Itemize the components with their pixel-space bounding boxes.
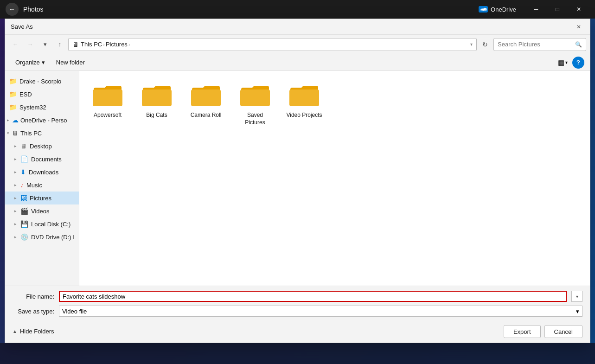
folder-icon-wrap-apowersoft xyxy=(91,81,124,109)
address-box[interactable]: 🖥 This PC › Pictures › ▾ xyxy=(68,38,477,51)
desktop-icon: 🖥 xyxy=(20,142,27,150)
sidebar-item-local-disk-c[interactable]: ▸ 💾 Local Disk (C:) xyxy=(5,217,79,230)
downloads-chevron-icon: ▸ xyxy=(14,170,17,174)
downloads-icon: ⬇ xyxy=(20,168,26,176)
help-button[interactable]: ? xyxy=(572,57,584,69)
sidebar-item-documents[interactable]: ▸ 📄 Documents xyxy=(5,153,79,166)
folder-name-camera-roll: Camera Roll xyxy=(191,112,222,119)
sidebar-item-desktop[interactable]: ▸ 🖥 Desktop xyxy=(5,140,79,153)
dialog-close-button[interactable]: ✕ xyxy=(573,21,584,32)
back-icon: ← xyxy=(9,6,15,13)
sidebar-label-dvd-drive-d: DVD Drive (D:) I xyxy=(31,234,75,241)
filename-chevron-icon: ▾ xyxy=(576,294,578,299)
onedrive-icon xyxy=(479,6,488,13)
save-type-row: Save as type: Video file ▾ xyxy=(13,306,582,317)
dialog-titlebar: Save As ✕ xyxy=(5,19,590,35)
folder-item-saved-pictures[interactable]: Saved Pictures xyxy=(234,78,276,129)
music-chevron-icon: ▸ xyxy=(14,183,17,187)
sidebar-label-this-pc: This PC xyxy=(20,130,42,137)
view-chevron-icon: ▾ xyxy=(565,60,568,65)
folder-item-video-projects[interactable]: Video Projects xyxy=(283,78,325,129)
sidebar-item-dvd-drive-d[interactable]: ▸ 💿 DVD Drive (D:) I xyxy=(5,230,79,243)
documents-chevron-icon: ▸ xyxy=(14,157,17,161)
sidebar-label-system32: System32 xyxy=(19,104,46,111)
minimize-button[interactable]: ─ xyxy=(525,0,547,19)
window-controls: ─ □ ✕ xyxy=(525,0,589,19)
videos-icon: 🎬 xyxy=(20,207,28,215)
file-name-row: File name: ▾ xyxy=(13,291,582,302)
sidebar-label-local-disk-c: Local Disk (C:) xyxy=(31,221,70,228)
pictures-icon: 🖼 xyxy=(20,194,27,202)
new-folder-label: New folder xyxy=(56,59,85,66)
export-button[interactable]: Export xyxy=(504,325,541,338)
folder-icon-system32: 📁 xyxy=(9,103,17,111)
videos-chevron-icon: ▸ xyxy=(14,209,17,213)
sidebar-label-pictures: Pictures xyxy=(30,195,51,202)
sidebar-label-esd: ESD xyxy=(19,91,32,98)
dropdown-nav-button[interactable]: ▾ xyxy=(38,38,51,51)
savetype-value: Video file xyxy=(62,308,87,315)
toolbar: Organize ▾ New folder ▦ ▾ ? xyxy=(5,54,590,71)
sidebar-item-esd[interactable]: 📁 ESD xyxy=(5,88,79,101)
folder-icon-video-projects xyxy=(288,82,320,108)
dialog-title: Save As xyxy=(11,23,33,30)
sidebar-item-videos[interactable]: ▸ 🎬 Videos xyxy=(5,204,79,217)
sidebar-item-drake-scorpio[interactable]: 📁 Drake - Scorpio xyxy=(5,75,79,88)
folder-name-apowersoft: Apowersoft xyxy=(94,112,122,119)
folder-icon-esd: 📁 xyxy=(9,90,17,98)
forward-nav-icon: → xyxy=(27,41,33,48)
folder-name-video-projects: Video Projects xyxy=(286,112,322,119)
hide-folders-label: Hide Folders xyxy=(20,328,54,335)
organize-button[interactable]: Organize ▾ xyxy=(11,57,50,69)
breadcrumb-sep-2: › xyxy=(128,42,130,47)
hide-folders-button[interactable]: ▲ Hide Folders xyxy=(13,325,54,335)
filename-label: File name: xyxy=(13,293,54,300)
folder-icon-wrap-saved-pictures xyxy=(238,81,272,109)
view-button[interactable]: ▦ ▾ xyxy=(555,57,570,69)
folder-item-big-cats[interactable]: Big Cats xyxy=(136,78,178,129)
search-box[interactable]: 🔍 xyxy=(493,38,586,51)
dialog-buttons: Export Cancel xyxy=(504,321,582,338)
breadcrumb-sep-1: › xyxy=(103,42,105,47)
sidebar-item-downloads[interactable]: ▸ ⬇ Downloads xyxy=(5,166,79,179)
sidebar-label-desktop: Desktop xyxy=(30,143,52,150)
savetype-select[interactable]: Video file ▾ xyxy=(59,306,582,317)
back-nav-button[interactable]: ← xyxy=(9,38,22,51)
refresh-icon: ↻ xyxy=(482,41,488,48)
refresh-button[interactable]: ↻ xyxy=(479,38,492,51)
cancel-button[interactable]: Cancel xyxy=(544,325,582,338)
forward-nav-button[interactable]: → xyxy=(24,38,37,51)
view-icon: ▦ xyxy=(558,58,564,67)
title-bar: ← Photos OneDrive ─ □ ✕ xyxy=(0,0,595,19)
filename-input[interactable] xyxy=(59,291,567,302)
address-chevron-icon: ▾ xyxy=(470,42,473,47)
folder-item-camera-roll[interactable]: Camera Roll xyxy=(185,78,227,129)
help-icon: ? xyxy=(576,59,580,66)
back-button[interactable]: ← xyxy=(6,3,19,16)
sidebar-onedrive-header[interactable]: ▸ ☁ OneDrive - Perso xyxy=(5,114,79,127)
pictures-chevron-icon: ▸ xyxy=(14,196,17,200)
address-bar: ← → ▾ ↑ 🖥 This PC › Pictures › ▾ ↻ 🔍 xyxy=(5,35,590,54)
filename-chevron-button[interactable]: ▾ xyxy=(571,291,582,302)
sidebar-item-system32[interactable]: 📁 System32 xyxy=(5,101,79,114)
onedrive-sidebar-icon: ☁ xyxy=(12,116,19,124)
taskbar xyxy=(0,343,595,364)
sidebar-item-pictures[interactable]: ▸ 🖼 Pictures xyxy=(5,192,79,204)
sidebar-this-pc-header[interactable]: ▾ 🖥 This PC xyxy=(5,127,79,140)
folder-icon-wrap-big-cats xyxy=(140,81,173,109)
maximize-button[interactable]: □ xyxy=(547,0,568,19)
file-area: Apowersoft Big Cats xyxy=(79,71,590,286)
close-button[interactable]: ✕ xyxy=(568,0,589,19)
folder-icon-saved-pictures xyxy=(239,82,271,108)
up-nav-button[interactable]: ↑ xyxy=(53,38,66,51)
search-input[interactable] xyxy=(498,41,572,48)
folder-item-apowersoft[interactable]: Apowersoft xyxy=(87,78,128,129)
savetype-chevron-icon: ▾ xyxy=(576,308,579,315)
sidebar-item-music[interactable]: ▸ ♪ Music xyxy=(5,179,79,192)
breadcrumb-this-pc: This PC xyxy=(81,41,102,48)
local-disk-c-chevron-icon: ▸ xyxy=(14,222,17,226)
organize-chevron-icon: ▾ xyxy=(42,59,45,66)
new-folder-button[interactable]: New folder xyxy=(51,57,90,69)
back-nav-icon: ← xyxy=(13,41,19,48)
up-nav-icon: ↑ xyxy=(58,41,62,48)
